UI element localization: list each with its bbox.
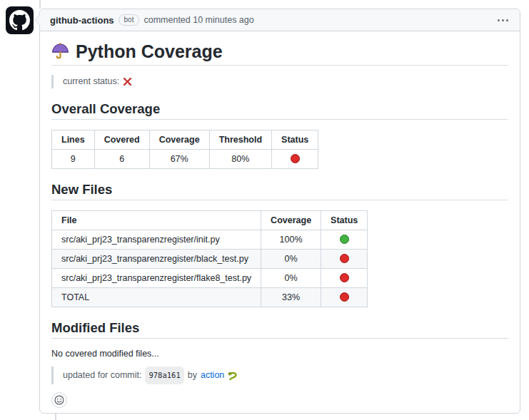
column-header: Lines [52,130,95,150]
table-cell: src/aki_prj23_transparenzregister/black_… [52,250,261,269]
table-row: src/aki_prj23_transparenzregister/init.p… [52,230,368,250]
status-cell [321,269,368,288]
comment-card: github-actions bot commented 10 minutes … [39,9,520,414]
overall-coverage-heading: Overall Coverage [51,103,508,120]
comment-header: github-actions bot commented 10 minutes … [40,9,520,31]
comment-timestamp[interactable]: commented 10 minutes ago [143,15,253,25]
table-cell: src/aki_prj23_transparenzregister/init.p… [52,230,261,250]
updated-commit-label: updated for commit: [63,368,141,383]
smiley-icon [54,395,64,405]
column-header: File [52,211,261,230]
action-link[interactable]: action [201,368,224,383]
status-cell [321,230,368,250]
kebab-menu-icon[interactable] [496,18,510,23]
table-cell: 0% [261,250,321,269]
snake-icon [228,371,238,381]
new-files-table-body: src/aki_prj23_transparenzregister/init.p… [52,230,368,307]
column-header: Status [321,211,368,230]
status-dot-red [340,273,349,282]
status-dot-red [340,254,349,263]
modified-files-empty-text: No covered modified files... [51,349,508,359]
avatar[interactable] [6,6,34,34]
status-dot-red [340,292,349,302]
github-octocat-icon [9,10,30,31]
table-row: src/aki_prj23_transparenzregister/flake8… [52,269,368,288]
timeline-connector-top [39,0,41,9]
new-files-table: FileCoverageStatus src/aki_prj23_transpa… [51,210,368,307]
table-cell: 100% [261,230,321,250]
status-dot-green [340,235,349,244]
modified-files-heading: Modified Files [51,322,508,339]
table-row: 9667%80% [52,150,318,169]
timeline-connector-bottom [55,414,56,420]
bot-badge: bot [119,14,140,26]
new-files-heading: New Files [51,183,508,200]
table-cell: 33% [261,288,321,307]
table-row: TOTAL33% [52,288,368,307]
overall-coverage-table-body: 9667%80% [52,150,318,169]
umbrella-icon [51,43,69,61]
table-cell: TOTAL [52,288,261,307]
commit-hash[interactable]: 978a161 [145,367,183,384]
table-cell: 9 [52,150,95,169]
column-header: Threshold [209,130,271,150]
overall-coverage-table: LinesCoveredCoverageThresholdStatus 9667… [51,130,318,169]
updated-commit-quote: updated for commit: 978a161 by action [51,367,508,384]
report-title: Python Coverage [51,42,508,66]
status-cell [321,250,368,269]
current-status-label: current status: [63,75,119,88]
cross-mark-icon [123,77,132,86]
status-cell [272,150,318,169]
table-cell: 80% [209,150,271,169]
table-row: src/aki_prj23_transparenzregister/black_… [52,250,368,269]
table-cell: 0% [261,269,321,288]
comment-caret-inner [35,14,41,26]
table-cell: src/aki_prj23_transparenzregister/flake8… [52,269,261,288]
add-reaction-button[interactable] [51,392,67,408]
column-header: Covered [94,130,149,150]
table-cell: 6 [94,150,149,169]
comment-author[interactable]: github-actions [50,15,114,26]
column-header: Coverage [149,130,209,150]
table-cell: 67% [149,150,209,169]
column-header: Status [272,130,318,150]
status-cell [321,288,368,307]
overall-coverage-table-head: LinesCoveredCoverageThresholdStatus [52,130,318,150]
report-title-text: Python Coverage [76,42,223,61]
new-files-table-head: FileCoverageStatus [52,211,368,230]
status-dot-red [291,154,300,163]
current-status-quote: current status: [51,75,508,88]
by-label: by [188,368,197,383]
comment-body: Python Coverage current status: Overall … [40,31,520,408]
column-header: Coverage [261,211,321,230]
